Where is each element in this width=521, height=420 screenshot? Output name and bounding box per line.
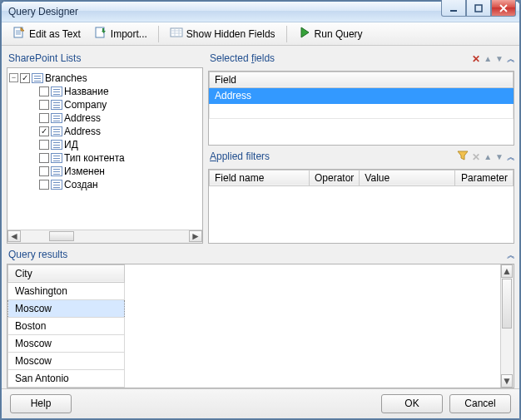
results-vertical-scrollbar[interactable]: ▲ ▼: [500, 264, 514, 388]
scroll-track[interactable]: [21, 230, 189, 242]
tree-root[interactable]: −✓Branches: [9, 72, 201, 85]
sharepoint-tree[interactable]: −✓BranchesНазваниеCompanyAddress✓Address…: [7, 68, 202, 226]
import-icon: [94, 26, 107, 42]
cancel-label: Cancel: [464, 398, 495, 409]
titlebar[interactable]: Query Designer: [2, 2, 519, 22]
tree-item-label: ИД: [64, 138, 78, 151]
results-row[interactable]: Moscow: [8, 299, 125, 317]
run-icon: [298, 26, 311, 42]
query-designer-window: Query Designer Edit as Text Import... Sh…: [1, 1, 520, 419]
tree-checkbox[interactable]: [39, 166, 49, 176]
tree-checkbox[interactable]: [39, 180, 49, 190]
list-icon: [51, 86, 62, 96]
tree-item[interactable]: ✓Address: [9, 125, 201, 138]
tree-item[interactable]: Address: [9, 111, 201, 125]
run-query-label: Run Query: [315, 28, 363, 40]
scroll-down-button[interactable]: ▼: [501, 374, 513, 388]
filter-icon[interactable]: [457, 150, 469, 164]
toolbar: Edit as Text Import... Show Hidden Field…: [2, 22, 519, 45]
edit-as-text-label: Edit as Text: [29, 28, 81, 40]
vscroll-track[interactable]: [501, 278, 513, 374]
tree-checkbox[interactable]: ✓: [39, 126, 49, 136]
tree-checkbox[interactable]: [39, 100, 49, 110]
col-operator[interactable]: Operator: [310, 170, 360, 185]
col-parameter[interactable]: Parameter: [455, 170, 514, 185]
applied-filters-grid[interactable]: Field name Operator Value Parameter: [209, 170, 514, 186]
import-button[interactable]: Import...: [88, 23, 153, 44]
run-query-button[interactable]: Run Query: [292, 23, 369, 44]
move-up-icon[interactable]: ▲: [484, 54, 492, 63]
minimize-button[interactable]: [441, 0, 466, 17]
selected-fields-grid[interactable]: FieldAddress: [209, 72, 514, 119]
filter-collapse-icon[interactable]: ︽: [507, 151, 513, 163]
maximize-button[interactable]: [466, 0, 491, 17]
dialog-body: SharePoint Lists −✓BranchesНазваниеCompa…: [2, 46, 519, 388]
cancel-button[interactable]: Cancel: [449, 394, 511, 413]
remove-field-icon[interactable]: ✕: [472, 53, 480, 65]
window-title: Query Designer: [8, 6, 78, 17]
tree-checkbox[interactable]: [39, 140, 49, 150]
applied-filters-label: Applied filters: [208, 149, 270, 166]
field-row-blank[interactable]: [210, 103, 514, 118]
query-results-header: Query results ︽: [7, 247, 514, 264]
toolbar-separator-2: [286, 26, 287, 42]
col-value[interactable]: Value: [360, 170, 455, 185]
help-button[interactable]: Help: [10, 394, 72, 413]
tree-item-label: Изменен: [64, 165, 105, 178]
field-row[interactable]: Address: [210, 87, 514, 103]
applied-filters-pane: Field name Operator Value Parameter: [208, 169, 514, 244]
scroll-left-button[interactable]: ◄: [7, 230, 21, 242]
tree-item-label: Создан: [64, 178, 98, 191]
results-row[interactable]: Moscow: [8, 334, 125, 352]
sharepoint-tree-pane: −✓BranchesНазваниеCompanyAddress✓Address…: [7, 67, 203, 244]
dialog-footer: Help OK Cancel: [2, 388, 519, 418]
tree-item[interactable]: Тип контента: [9, 151, 201, 165]
tree-item-label: Тип контента: [64, 151, 125, 165]
expand-icon[interactable]: −: [9, 73, 18, 82]
list-icon: [51, 100, 62, 110]
edit-as-text-button[interactable]: Edit as Text: [7, 23, 87, 44]
window-buttons: [441, 0, 519, 17]
tree-item[interactable]: Изменен: [9, 165, 201, 178]
scroll-up-button[interactable]: ▲: [501, 264, 513, 278]
selected-fields-pane: FieldAddress: [208, 71, 514, 146]
close-button[interactable]: [491, 0, 516, 17]
ok-label: OK: [404, 398, 419, 409]
ok-button[interactable]: OK: [381, 394, 443, 413]
tree-item[interactable]: Company: [9, 98, 201, 111]
move-down-icon[interactable]: ▼: [495, 54, 504, 63]
tree-horizontal-scrollbar[interactable]: ◄ ►: [7, 230, 202, 243]
results-row[interactable]: Moscow: [8, 352, 125, 369]
tree-checkbox[interactable]: ✓: [20, 73, 30, 83]
query-results-grid[interactable]: CityWashingtonMoscowBostonMoscowMoscowSa…: [7, 264, 125, 388]
tree-item[interactable]: ИД: [9, 138, 201, 151]
results-column-header[interactable]: City: [8, 264, 125, 282]
selected-fields-header: Selected fields ✕ ▲ ▼ ︽: [208, 51, 514, 67]
scroll-thumb[interactable]: [49, 231, 74, 241]
field-column-header[interactable]: Field: [210, 72, 514, 87]
results-row[interactable]: Washington: [8, 282, 125, 299]
tree-checkbox[interactable]: [39, 153, 49, 163]
tree-checkbox[interactable]: [39, 113, 49, 123]
results-row[interactable]: Boston: [8, 317, 125, 334]
list-icon: [51, 166, 62, 176]
scroll-right-button[interactable]: ►: [189, 230, 202, 242]
help-label: Help: [31, 398, 52, 409]
results-row[interactable]: San Antonio: [8, 369, 125, 387]
selected-fields-label: Selected fields: [208, 51, 275, 67]
show-hidden-fields-button[interactable]: Show Hidden Fields: [164, 23, 281, 44]
list-icon: [51, 126, 62, 136]
col-field-name[interactable]: Field name: [210, 170, 310, 185]
results-collapse-icon[interactable]: ︽: [507, 250, 513, 261]
list-icon: [51, 180, 62, 190]
collapse-icon[interactable]: ︽: [507, 53, 513, 65]
edit-text-icon: [12, 26, 26, 42]
tree-item[interactable]: Создан: [9, 178, 201, 191]
sharepoint-label: SharePoint Lists: [7, 51, 203, 67]
query-results-label: Query results: [7, 247, 67, 264]
filter-move-down-icon: ▼: [495, 152, 504, 161]
vscroll-thumb[interactable]: [502, 279, 512, 329]
tree-checkbox[interactable]: [39, 86, 49, 96]
tree-item[interactable]: Название: [9, 85, 201, 98]
sharepoint-panel: SharePoint Lists −✓BranchesНазваниеCompa…: [7, 51, 203, 244]
